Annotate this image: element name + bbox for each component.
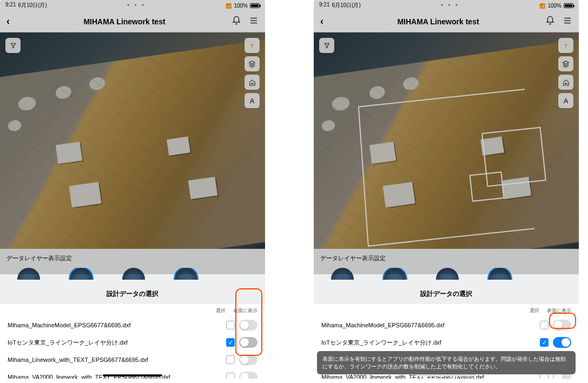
layer-panel: データレイヤー表示設定	[314, 249, 579, 284]
back-button[interactable]: ‹	[320, 16, 331, 27]
table-row: IoTセンタ東京_ラインワーク_レイヤ分け.dxf ✓	[314, 334, 579, 351]
home-indicator[interactable]	[417, 374, 476, 377]
table-row: IoTセンタ東京_ラインワーク_レイヤ分け.dxf ✓	[0, 334, 265, 351]
table-row: Mihama_MachineModel_EPSG6677&6695.dxf	[0, 316, 265, 334]
checkbox[interactable]: ✓	[226, 338, 235, 347]
battery-icon	[564, 3, 573, 8]
menu-button[interactable]	[563, 16, 572, 28]
column-headers: 選択 表面に表示	[314, 304, 579, 316]
multitask-dots-icon: • • •	[441, 3, 459, 8]
layer-thumb[interactable]	[122, 268, 145, 280]
checkbox[interactable]	[226, 321, 235, 329]
row-label: Mihama_Linework_with_TEXT_EPSG6677&6695.…	[8, 356, 222, 363]
terrain-image	[0, 40, 265, 249]
page-title: MIHAMA Linework test	[397, 17, 479, 26]
layers-button[interactable]	[245, 56, 260, 71]
layer-thumb[interactable]	[384, 268, 406, 280]
battery-icon	[250, 3, 260, 8]
layer-thumb[interactable]	[436, 268, 459, 280]
filter-button[interactable]	[319, 38, 334, 53]
filter-button[interactable]	[5, 38, 21, 53]
table-row: Mihama_Linework_with_TEXT_EPSG6677&6695.…	[0, 351, 265, 368]
compass-button[interactable]: ↑	[558, 38, 573, 53]
checkbox[interactable]	[226, 355, 235, 364]
row-label: Mihama_MachineModel_EPSG6677&6695.dxf	[321, 322, 536, 328]
data-table: 選択 表面に表示 Mihama_MachineModel_EPSG6677&66…	[0, 304, 265, 379]
section-header: 設計データの選択	[0, 284, 265, 304]
checkbox[interactable]	[540, 321, 549, 329]
menu-button[interactable]	[249, 16, 259, 28]
table-row: Mihama_MachineModel_EPSG6677&6695.dxf	[314, 316, 579, 334]
building-shape	[167, 136, 190, 155]
text-button[interactable]: A	[558, 93, 573, 108]
status-date: 6月10日(月)	[18, 2, 47, 9]
wifi-icon	[226, 3, 232, 9]
multitask-dots-icon: • • •	[127, 3, 146, 8]
map-view[interactable]: ↑ A	[314, 32, 579, 249]
table-row: Mihama_VA2000_linework_with_TEXT_EPSG667…	[0, 368, 265, 379]
layer-thumb[interactable]	[488, 268, 511, 280]
status-time: 9:21	[5, 2, 16, 9]
layer-panel-title: データレイヤー表示設定	[320, 254, 572, 262]
layer-thumb[interactable]	[17, 268, 40, 280]
row-label: Mihama_MachineModel_EPSG6677&6695.dxf	[8, 322, 222, 328]
building-shape	[188, 177, 217, 200]
notifications-button[interactable]	[545, 16, 555, 28]
status-bar: 9:21 6月10日(月) • • • 100%	[0, 0, 265, 11]
title-bar: ‹ MIHAMA Linework test	[0, 11, 265, 32]
status-date: 6月10日(月)	[332, 2, 360, 9]
toggle[interactable]	[239, 320, 257, 331]
screen-right: 9:21 6月10日(月) • • • 100% ‹ MIHAMA Linewo…	[314, 0, 579, 379]
toggle[interactable]	[239, 372, 257, 379]
row-label: IoTセンタ東京_ラインワーク_レイヤ分け.dxf	[321, 339, 536, 347]
col-display: 表面に表示	[233, 307, 257, 314]
home-button[interactable]	[558, 75, 573, 90]
notifications-button[interactable]	[232, 16, 241, 28]
layer-panel-title: データレイヤー表示設定	[6, 254, 259, 262]
building-shape	[69, 182, 101, 207]
layer-panel: データレイヤー表示設定	[0, 249, 265, 284]
toggle[interactable]	[239, 337, 257, 348]
toggle[interactable]	[239, 354, 257, 365]
compass-button[interactable]: ↑	[245, 38, 260, 53]
building-shape	[56, 142, 82, 164]
battery-percent: 100%	[234, 3, 248, 9]
home-indicator[interactable]	[103, 374, 162, 377]
title-bar: ‹ MIHAMA Linework test	[314, 11, 579, 32]
layers-button[interactable]	[558, 56, 573, 71]
map-view[interactable]: ↑ A	[0, 32, 265, 249]
layer-thumb[interactable]	[175, 268, 197, 280]
linework-overlay	[470, 171, 505, 202]
battery-percent: 100%	[547, 3, 561, 9]
status-time: 9:21	[319, 2, 329, 9]
checkbox[interactable]: ✓	[540, 338, 549, 347]
page-title: MIHAMA Linework test	[83, 17, 165, 26]
screen-left: 9:21 6月10日(月) • • • 100% ‹ MIHAMA Linewo…	[0, 0, 265, 379]
toast-message: 表面に表示を有効にするとアプリの動作性能が低下する場合があります。問題が発生した…	[317, 351, 576, 374]
row-label: IoTセンタ東京_ラインワーク_レイヤ分け.dxf	[8, 339, 222, 347]
back-button[interactable]: ‹	[6, 16, 17, 27]
layer-thumb[interactable]	[331, 268, 354, 280]
toggle[interactable]	[553, 320, 571, 331]
section-header: 設計データの選択	[314, 284, 579, 304]
wifi-icon	[539, 3, 545, 9]
column-headers: 選択 表面に表示	[0, 304, 265, 316]
toggle[interactable]	[553, 337, 571, 348]
text-button[interactable]: A	[245, 93, 260, 108]
layer-thumb[interactable]	[70, 268, 93, 280]
home-button[interactable]	[245, 75, 260, 90]
col-display: 表面に表示	[547, 307, 571, 314]
status-bar: 9:21 6月10日(月) • • • 100%	[314, 0, 579, 11]
col-select: 選択	[216, 307, 226, 314]
checkbox[interactable]	[226, 373, 235, 379]
col-select: 選択	[530, 307, 539, 314]
